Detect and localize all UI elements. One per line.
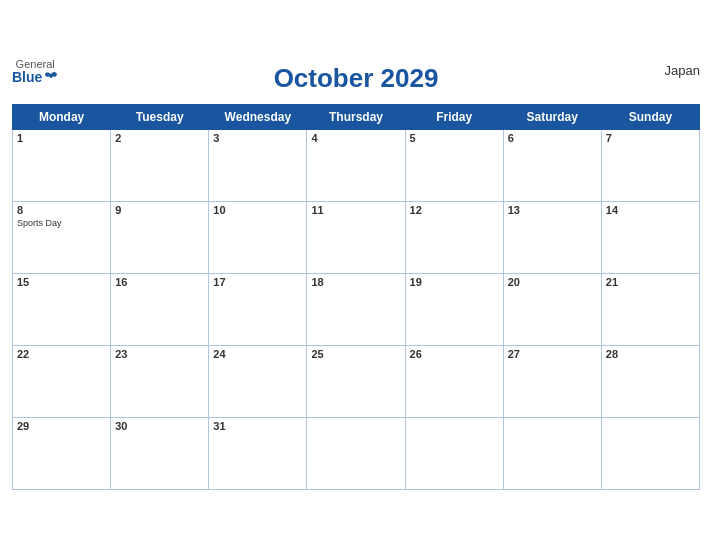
day-cell: 7 bbox=[601, 129, 699, 201]
day-cell: 22 bbox=[13, 345, 111, 417]
logo: General Blue bbox=[12, 59, 58, 84]
day-cell: 6 bbox=[503, 129, 601, 201]
day-cell: 19 bbox=[405, 273, 503, 345]
day-number: 24 bbox=[213, 348, 302, 360]
day-number: 26 bbox=[410, 348, 499, 360]
day-number: 4 bbox=[311, 132, 400, 144]
day-cell: 21 bbox=[601, 273, 699, 345]
header-friday: Friday bbox=[405, 104, 503, 129]
day-number: 5 bbox=[410, 132, 499, 144]
day-number: 19 bbox=[410, 276, 499, 288]
day-cell: 20 bbox=[503, 273, 601, 345]
calendar-header: General Blue October 2029 Japan bbox=[12, 59, 700, 98]
day-number: 21 bbox=[606, 276, 695, 288]
day-number: 13 bbox=[508, 204, 597, 216]
header-tuesday: Tuesday bbox=[111, 104, 209, 129]
day-cell: 30 bbox=[111, 417, 209, 489]
day-number: 1 bbox=[17, 132, 106, 144]
logo-bird-icon bbox=[44, 70, 58, 84]
day-number: 7 bbox=[606, 132, 695, 144]
day-cell: 14 bbox=[601, 201, 699, 273]
day-number: 17 bbox=[213, 276, 302, 288]
day-number: 27 bbox=[508, 348, 597, 360]
day-number: 18 bbox=[311, 276, 400, 288]
day-number: 3 bbox=[213, 132, 302, 144]
header-thursday: Thursday bbox=[307, 104, 405, 129]
day-cell: 3 bbox=[209, 129, 307, 201]
day-cell: 17 bbox=[209, 273, 307, 345]
day-cell: 12 bbox=[405, 201, 503, 273]
header-sunday: Sunday bbox=[601, 104, 699, 129]
week-row-1: 1234567 bbox=[13, 129, 700, 201]
calendar-table: Monday Tuesday Wednesday Thursday Friday… bbox=[12, 104, 700, 490]
day-number: 15 bbox=[17, 276, 106, 288]
day-cell: 24 bbox=[209, 345, 307, 417]
day-cell: 27 bbox=[503, 345, 601, 417]
calendar-title: October 2029 bbox=[274, 63, 439, 94]
day-number: 2 bbox=[115, 132, 204, 144]
day-number: 20 bbox=[508, 276, 597, 288]
country-label: Japan bbox=[665, 63, 700, 78]
weekday-header-row: Monday Tuesday Wednesday Thursday Friday… bbox=[13, 104, 700, 129]
header-monday: Monday bbox=[13, 104, 111, 129]
day-cell: 25 bbox=[307, 345, 405, 417]
day-number: 11 bbox=[311, 204, 400, 216]
day-cell: 16 bbox=[111, 273, 209, 345]
day-cell: 1 bbox=[13, 129, 111, 201]
day-cell: 10 bbox=[209, 201, 307, 273]
day-number: 28 bbox=[606, 348, 695, 360]
day-cell: 29 bbox=[13, 417, 111, 489]
day-cell: 2 bbox=[111, 129, 209, 201]
day-number: 25 bbox=[311, 348, 400, 360]
day-number: 23 bbox=[115, 348, 204, 360]
day-cell bbox=[405, 417, 503, 489]
day-cell: 4 bbox=[307, 129, 405, 201]
day-cell: 26 bbox=[405, 345, 503, 417]
day-cell: 18 bbox=[307, 273, 405, 345]
day-number: 8 bbox=[17, 204, 106, 216]
day-cell: 8Sports Day bbox=[13, 201, 111, 273]
header-wednesday: Wednesday bbox=[209, 104, 307, 129]
day-cell: 31 bbox=[209, 417, 307, 489]
day-cell: 23 bbox=[111, 345, 209, 417]
day-number: 12 bbox=[410, 204, 499, 216]
day-number: 14 bbox=[606, 204, 695, 216]
day-cell: 28 bbox=[601, 345, 699, 417]
logo-blue-text: Blue bbox=[12, 70, 58, 84]
day-number: 22 bbox=[17, 348, 106, 360]
day-cell: 15 bbox=[13, 273, 111, 345]
day-cell: 11 bbox=[307, 201, 405, 273]
day-cell bbox=[601, 417, 699, 489]
day-number: 6 bbox=[508, 132, 597, 144]
header-saturday: Saturday bbox=[503, 104, 601, 129]
day-cell bbox=[503, 417, 601, 489]
day-cell: 5 bbox=[405, 129, 503, 201]
calendar-container: General Blue October 2029 Japan Monday T… bbox=[0, 49, 712, 502]
day-number: 16 bbox=[115, 276, 204, 288]
day-cell: 9 bbox=[111, 201, 209, 273]
week-row-4: 22232425262728 bbox=[13, 345, 700, 417]
week-row-3: 15161718192021 bbox=[13, 273, 700, 345]
day-number: 10 bbox=[213, 204, 302, 216]
day-number: 30 bbox=[115, 420, 204, 432]
day-cell: 13 bbox=[503, 201, 601, 273]
logo-general-text: General bbox=[16, 59, 55, 70]
week-row-2: 8Sports Day91011121314 bbox=[13, 201, 700, 273]
day-cell bbox=[307, 417, 405, 489]
day-number: 9 bbox=[115, 204, 204, 216]
day-number: 31 bbox=[213, 420, 302, 432]
week-row-5: 293031 bbox=[13, 417, 700, 489]
day-number: 29 bbox=[17, 420, 106, 432]
holiday-label: Sports Day bbox=[17, 218, 106, 228]
